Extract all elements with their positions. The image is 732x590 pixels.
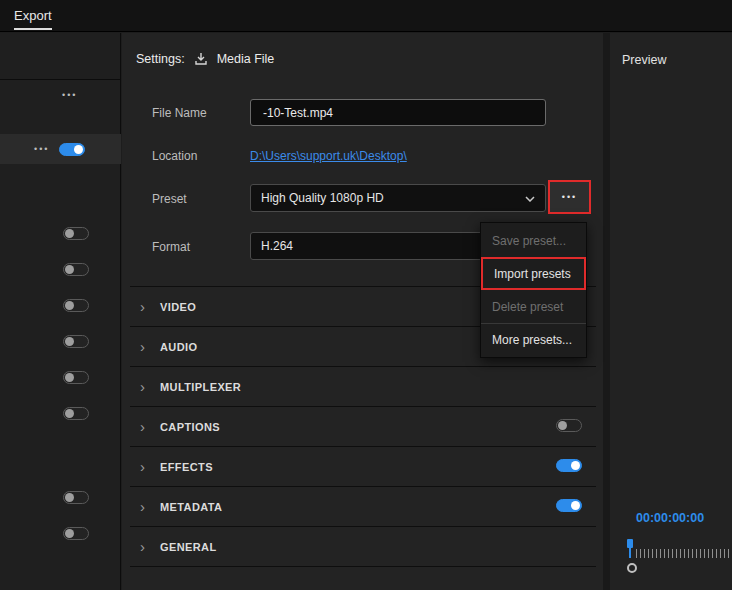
timeline-ruler[interactable] [636, 549, 732, 558]
chevron-right-icon: › [140, 459, 152, 474]
metadata-toggle[interactable] [556, 499, 582, 512]
section-metadata[interactable]: › METADATA [130, 486, 596, 526]
chevron-right-icon: › [140, 299, 152, 314]
destinations-sidebar: ••• ••• [0, 33, 121, 590]
more-options-icon[interactable]: ••• [62, 90, 77, 100]
section-effects[interactable]: › EFFECTS [130, 446, 596, 486]
destination-toggle[interactable] [63, 263, 89, 276]
location-label: Location [152, 149, 197, 163]
playhead[interactable] [627, 539, 633, 548]
destination-toggle[interactable] [63, 227, 89, 240]
section-captions[interactable]: › CAPTIONS [130, 406, 596, 446]
destination-row-active[interactable]: ••• [0, 134, 121, 164]
chevron-down-icon [525, 191, 535, 205]
chevron-right-icon: › [140, 339, 152, 354]
destination-toggle[interactable] [59, 143, 85, 156]
chevron-right-icon: › [140, 379, 152, 394]
effects-toggle[interactable] [556, 459, 582, 472]
section-general[interactable]: › GENERAL [130, 526, 596, 566]
destination-toggle[interactable] [63, 299, 89, 312]
format-value: H.264 [261, 239, 293, 253]
sidebar-header [0, 33, 120, 80]
media-file-label: Media File [217, 52, 275, 66]
preset-menu: Save preset... Import presets Delete pre… [480, 222, 587, 358]
timecode[interactable]: 00:00:00:00 [636, 511, 704, 525]
preset-more-options-button[interactable]: ••• [548, 180, 591, 214]
media-file-icon [193, 51, 209, 67]
chevron-right-icon: › [140, 499, 152, 514]
section-multiplexer[interactable]: › MULTIPLEXER [130, 366, 596, 406]
format-label: Format [152, 240, 190, 254]
preset-value: High Quality 1080p HD [261, 191, 384, 205]
file-name-label: File Name [152, 106, 207, 120]
preset-dropdown[interactable]: High Quality 1080p HD [250, 184, 546, 212]
location-link[interactable]: D:\Users\support.uk\Desktop\ [250, 149, 407, 163]
divider [130, 566, 596, 567]
export-settings-panel: Settings: Media File File Name Location … [122, 33, 603, 590]
more-options-icon: ••• [562, 192, 577, 202]
preview-panel: Preview 00:00:00:00 [610, 33, 732, 590]
preset-label: Preset [152, 192, 187, 206]
more-options-icon[interactable]: ••• [34, 144, 49, 154]
menu-item-import-presets[interactable]: Import presets [481, 257, 586, 290]
menu-item-more-presets[interactable]: More presets... [481, 323, 586, 356]
tab-export[interactable]: Export [14, 8, 52, 30]
file-name-input[interactable] [250, 99, 546, 126]
zoom-handle-icon[interactable] [627, 563, 637, 573]
preview-title: Preview [622, 53, 666, 67]
chevron-right-icon: › [140, 539, 152, 554]
top-bar: Export [0, 0, 732, 32]
chevron-right-icon: › [140, 419, 152, 434]
menu-item-delete-preset: Delete preset [481, 290, 586, 323]
settings-label: Settings: [136, 52, 185, 66]
destination-toggle[interactable] [63, 371, 89, 384]
destination-toggle[interactable] [63, 527, 89, 540]
panel-divider [603, 33, 610, 590]
destination-toggle[interactable] [63, 491, 89, 504]
menu-item-save-preset: Save preset... [481, 224, 586, 257]
destination-toggle[interactable] [63, 407, 89, 420]
destination-toggle[interactable] [63, 335, 89, 348]
settings-header: Settings: Media File [136, 51, 274, 67]
captions-toggle[interactable] [556, 419, 582, 432]
